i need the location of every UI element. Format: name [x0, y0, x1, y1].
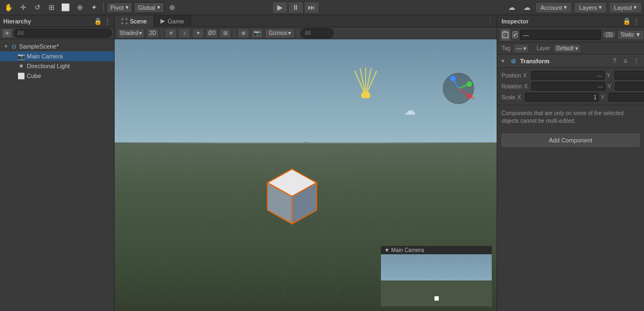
tag-layer-row: Tag — ▾ Layer Default ▾: [497, 43, 644, 55]
layer-label: Layer: [536, 45, 550, 51]
audio-btn[interactable]: ♪: [178, 28, 190, 38]
scene-tab[interactable]: ⛶ Scene: [115, 15, 154, 27]
extra-tool-btn[interactable]: ⊛: [165, 2, 178, 14]
sun-visual: [352, 65, 379, 99]
scale-y-input[interactable]: [609, 93, 644, 101]
cloud-visual: ☁: [404, 104, 416, 118]
scene-tab-more-icon[interactable]: ⋮: [484, 17, 497, 25]
inspector-menu-icon[interactable]: ⋮: [633, 17, 640, 25]
pivot-label: Pivot: [110, 4, 123, 11]
cam-preview-sky: [381, 254, 492, 283]
camera-name-label: Main Camera: [27, 53, 63, 59]
shading-dropdown[interactable]: Shaded ▾: [117, 28, 145, 38]
scene-sky-bg: [115, 39, 497, 153]
position-y-input[interactable]: [615, 71, 644, 80]
hierarchy-toolbar: +: [0, 27, 114, 39]
transform-collapse-arrow: ▼: [500, 58, 507, 64]
object-name-input[interactable]: [520, 30, 601, 40]
transform-menu-btn[interactable]: ⋮: [632, 57, 641, 65]
scene-fx-btn[interactable]: ⊗: [237, 28, 249, 38]
game-tab[interactable]: ▶ Game: [154, 15, 191, 27]
svg-point-28: [467, 81, 472, 87]
center-panel: ⛶ Scene ▶ Game ⋮ Shaded ▾ 2D ☀ ♪ ✦ Ø0 ⊞: [115, 15, 497, 311]
scene-name-label: SampleScene*: [19, 43, 59, 50]
hierarchy-tab-icons: 🔒 ⋮: [94, 17, 111, 25]
pause-button[interactable]: ⏸: [288, 2, 303, 14]
cube-svg: [262, 166, 322, 229]
global-dropdown[interactable]: Global ▾: [134, 2, 164, 13]
hierarchy-menu-icon[interactable]: ⋮: [104, 17, 111, 25]
layout-label: Layout: [614, 4, 632, 11]
scene-cube-container: [262, 166, 322, 230]
position-row: Position X Y Z: [502, 70, 640, 81]
hierarchy-content: ▼ ⊙ SampleScene* ▶ 📷 Main Camera ▶ ☀ Dir…: [0, 39, 114, 311]
step-button[interactable]: ⏭: [304, 2, 319, 14]
transform-component-label: Transform: [520, 58, 608, 64]
hierarchy-camera-item[interactable]: ▶ 📷 Main Camera: [0, 51, 114, 61]
account-arrow-icon: ▾: [564, 4, 567, 11]
lights-btn[interactable]: ☀: [165, 28, 177, 38]
layer-value: Default: [556, 45, 574, 51]
sc-btn-0[interactable]: Ø0: [206, 28, 218, 38]
layer-dropdown[interactable]: Default ▾: [553, 44, 581, 53]
svg-rect-33: [503, 32, 508, 38]
hand-tool-btn[interactable]: ✋: [2, 2, 15, 14]
layers-dropdown[interactable]: Layers ▾: [574, 2, 607, 13]
2d-mode-btn[interactable]: 2D: [146, 28, 159, 38]
cam-preview-indicator: [434, 296, 439, 301]
play-button[interactable]: ▶: [272, 2, 288, 14]
layout-dropdown[interactable]: Layout ▾: [609, 2, 642, 13]
hierarchy-scene-item[interactable]: ▼ ⊙ SampleScene*: [0, 41, 114, 51]
gizmos-dropdown[interactable]: Gizmos ▾: [265, 28, 295, 38]
axis-gizmo-container: Z Y X: [442, 72, 475, 106]
add-component-button[interactable]: Add Component: [502, 134, 640, 147]
position-x-input[interactable]: [531, 71, 605, 80]
tag-arrow-icon: ▾: [523, 45, 526, 51]
scale-label: Scale: [502, 94, 515, 100]
rotation-y-input[interactable]: [615, 82, 644, 91]
scene-viewport[interactable]: ☁ Z: [115, 39, 497, 311]
layers-arrow-icon: ▾: [599, 4, 602, 11]
object-active-checkbox[interactable]: [512, 31, 518, 38]
hierarchy-panel: Hierarchy 🔒 ⋮ + ▼ ⊙ SampleScene* ▶ 📷 Mai…: [0, 15, 115, 311]
rotation-x-input[interactable]: [532, 82, 605, 91]
hierarchy-add-button[interactable]: +: [2, 29, 12, 38]
move-tool-btn[interactable]: ✛: [16, 2, 29, 14]
transform-tool-btn[interactable]: ⊕: [73, 2, 86, 14]
transform-component-icon: ⊕: [509, 57, 518, 65]
global-label: Global: [138, 4, 155, 11]
hierarchy-lock-icon[interactable]: 🔒: [94, 17, 102, 25]
pivot-dropdown[interactable]: Pivot ▾: [106, 2, 133, 13]
inspector-lock-icon[interactable]: 🔒: [623, 17, 631, 25]
rect-tool-btn[interactable]: ⬜: [59, 2, 72, 14]
collab-icon[interactable]: ☁: [505, 2, 518, 14]
tag-label: Tag: [502, 45, 510, 51]
scene-icon: ⊙: [10, 43, 17, 50]
layers-label: Layers: [579, 4, 597, 11]
account-dropdown[interactable]: Account ▾: [535, 2, 572, 13]
transform-help-btn[interactable]: ?: [610, 57, 619, 65]
position-x-field: X: [523, 71, 605, 80]
tag-dropdown[interactable]: — ▾: [514, 44, 529, 53]
scale-row: Scale X Y Z: [502, 92, 640, 103]
scale-tool-btn[interactable]: ⊞: [45, 2, 58, 14]
cloud-icon[interactable]: ☁: [520, 2, 533, 14]
rotation-row: Rotation X Y Z: [502, 81, 640, 92]
inspector-tab-label: Inspector: [502, 18, 529, 25]
scale-x-input[interactable]: [525, 93, 599, 101]
fx-btn[interactable]: ✦: [192, 28, 204, 38]
rotate-tool-btn[interactable]: ↺: [31, 2, 44, 14]
static-dropdown[interactable]: Static ▼: [617, 30, 644, 40]
scene-search-input[interactable]: [301, 28, 333, 38]
transform-preset-btn[interactable]: ≡: [621, 57, 630, 65]
transform-component-header[interactable]: ▼ ⊕ Transform ? ≡ ⋮: [497, 55, 644, 68]
scene-cam-btn[interactable]: 📷: [251, 28, 263, 38]
layer-arrow-icon: ▾: [575, 45, 578, 51]
transform-fields: Position X Y Z Rotatio: [497, 68, 644, 105]
game-tab-label: Game: [168, 18, 184, 25]
hierarchy-cube-item[interactable]: ▶ ⬜ Cube: [0, 71, 114, 81]
hierarchy-search-input[interactable]: [14, 29, 112, 38]
scene-options-btn[interactable]: ⊞: [219, 28, 231, 38]
custom-tool-btn[interactable]: ✦: [87, 2, 100, 14]
hierarchy-light-item[interactable]: ▶ ☀ Directional Light: [0, 61, 114, 71]
